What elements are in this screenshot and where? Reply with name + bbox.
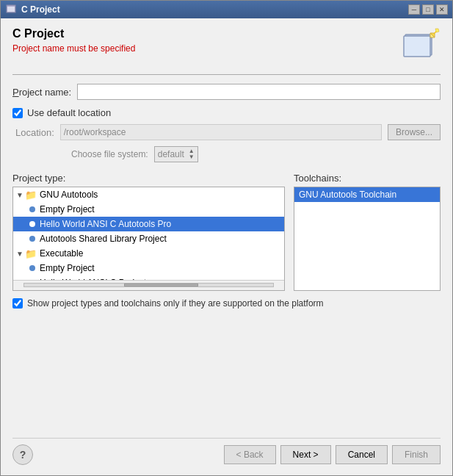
svg-rect-1	[7, 7, 15, 12]
navigation-buttons: < Back Next > Cancel Finish	[224, 445, 441, 464]
tree-item-empty-project-1[interactable]: Empty Project	[13, 202, 284, 217]
header-text: C Project Project name must be specified	[12, 27, 135, 54]
svg-rect-3	[404, 36, 430, 57]
toolchains-list[interactable]: GNU Autotools Toolchain	[294, 187, 441, 291]
hscrollbar-thumb	[124, 284, 199, 286]
bottom-filler	[12, 317, 441, 436]
item-bullet	[29, 221, 35, 227]
tree-item-empty-project-2[interactable]: Empty Project	[13, 261, 284, 275]
window-controls: ─ □ ✕	[408, 4, 448, 15]
back-button[interactable]: < Back	[224, 445, 276, 464]
trees-section: Project type: ▼ 📁 GNU Autotools Empty Pr…	[12, 173, 441, 291]
toolchains-panel: Toolchains: GNU Autotools Toolchain	[294, 173, 441, 291]
location-row: Location: Browse...	[12, 124, 441, 140]
show-types-label[interactable]: Show project types and toolchains only i…	[27, 298, 324, 309]
header-separator	[12, 74, 441, 75]
location-input	[60, 124, 382, 140]
tree-item-label: Empty Project	[40, 263, 95, 273]
close-button[interactable]: ✕	[436, 4, 448, 15]
toolchain-item-gnu[interactable]: GNU Autotools Toolchain	[294, 187, 440, 202]
finish-button[interactable]: Finish	[392, 445, 441, 464]
project-type-tree: ▼ 📁 GNU Autotools Empty Project Hel	[12, 187, 285, 291]
svg-marker-7	[435, 29, 439, 32]
help-button[interactable]: ?	[12, 444, 33, 465]
use-default-checkbox[interactable]	[12, 108, 23, 118]
tree-item-executable[interactable]: ▼ 📁 Executable	[13, 246, 284, 261]
dialog-title: C Project	[12, 27, 135, 40]
project-name-row: Project name:	[12, 84, 441, 100]
tree-item-hello-world-autotools[interactable]: Hello World ANSI C Autotools Pro	[13, 217, 284, 231]
filesystem-select[interactable]: default ▲ ▼	[154, 146, 198, 162]
tree-item-label: GNU Autotools	[40, 190, 98, 200]
default-location-row: Use default location	[12, 107, 441, 118]
browse-button: Browse...	[388, 124, 441, 140]
header-section: C Project Project name must be specified	[12, 27, 441, 65]
item-bullet	[29, 265, 35, 271]
filesystem-label: Choose file system:	[71, 149, 148, 159]
dialog-window: C Project ─ □ ✕ C Project Project name m…	[0, 0, 453, 476]
project-name-label: Project name:	[12, 87, 71, 98]
titlebar: C Project ─ □ ✕	[1, 1, 452, 18]
item-bullet	[29, 206, 35, 212]
use-default-label[interactable]: Use default location	[27, 107, 111, 118]
show-types-checkbox[interactable]	[12, 298, 23, 309]
window-icon	[5, 4, 17, 15]
minimize-button[interactable]: ─	[408, 4, 420, 15]
location-label: Location:	[15, 127, 54, 138]
project-type-panel: Project type: ▼ 📁 GNU Autotools Empty Pr…	[12, 173, 285, 291]
show-types-row: Show project types and toolchains only i…	[12, 298, 441, 309]
dialog-subtitle: Project name must be specified	[12, 43, 135, 54]
item-bullet	[29, 236, 35, 242]
tree-item-gnu-autotools[interactable]: ▼ 📁 GNU Autotools	[13, 187, 284, 202]
folder-icon: 📁	[25, 248, 37, 259]
tree-item-label: Executable	[40, 248, 83, 259]
expand-arrow: ▼	[16, 250, 23, 258]
tree-item-label: Autotools Shared Library Project	[40, 234, 167, 244]
project-name-input[interactable]	[77, 84, 441, 100]
project-type-scroll[interactable]: ▼ 📁 GNU Autotools Empty Project Hel	[13, 187, 284, 280]
hscrollbar-track	[23, 283, 274, 287]
horizontal-scrollbar[interactable]	[13, 280, 284, 290]
next-button[interactable]: Next >	[280, 445, 331, 464]
maximize-button[interactable]: □	[422, 4, 434, 15]
filesystem-spinner: ▲ ▼	[189, 148, 195, 160]
expand-arrow: ▼	[16, 191, 23, 199]
cancel-button[interactable]: Cancel	[336, 445, 388, 464]
tree-item-label: Hello World ANSI C Autotools Pro	[40, 219, 171, 229]
project-type-label: Project type:	[12, 173, 285, 184]
dialog-content: C Project Project name must be specified…	[1, 18, 452, 475]
filesystem-row: Choose file system: default ▲ ▼	[12, 146, 441, 162]
window-title: C Project	[21, 4, 60, 15]
folder-icon: 📁	[25, 190, 37, 201]
tree-item-label: Empty Project	[40, 204, 95, 214]
toolchains-label: Toolchains:	[294, 173, 441, 184]
filesystem-value: default	[158, 149, 184, 159]
button-bar: ? < Back Next > Cancel Finish	[12, 438, 441, 468]
tree-item-autotools-shared[interactable]: Autotools Shared Library Project	[13, 231, 284, 246]
header-icon	[402, 27, 441, 65]
